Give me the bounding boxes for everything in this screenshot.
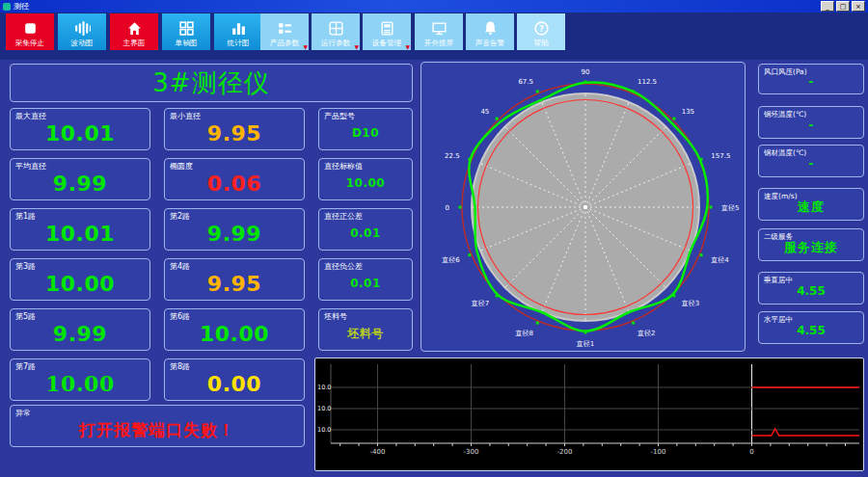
toolbar-button-device-manage[interactable]: 设备管理▼ xyxy=(363,13,411,50)
svg-text:-100: -100 xyxy=(651,448,666,456)
stop-icon xyxy=(22,20,39,37)
minimize-button[interactable]: _ xyxy=(821,1,834,12)
field-直径负公差: 直径负公差0.01 xyxy=(318,258,413,301)
svg-text:-300: -300 xyxy=(464,448,479,456)
status-panel-垂直居中: 垂直居中4.55 xyxy=(758,272,864,305)
svg-text:直径1: 直径1 xyxy=(577,340,594,348)
toolbar-button-main-screen[interactable]: 主界面 xyxy=(110,13,158,50)
status-panel-速度(m/s): 速度(m/s)速度 xyxy=(758,188,864,221)
status-panel-风口风压(Pa): 风口风压(Pa)- xyxy=(758,64,864,94)
svg-text:112.5: 112.5 xyxy=(637,78,657,86)
field-value: 9.95 xyxy=(165,267,304,300)
help-icon: ? xyxy=(533,20,550,37)
cross-section-polar-chart: 9067.54522.50112.5135157.5直径5直径4直径3直径2直径… xyxy=(421,63,745,351)
field-value: 坯料号 xyxy=(319,317,412,350)
toolbar-button-label: 统计图 xyxy=(228,40,250,47)
field-value: D10 xyxy=(319,117,412,149)
toolbar-button-label: 开外接屏 xyxy=(424,40,453,47)
bell-icon xyxy=(482,20,499,37)
svg-text:直径5: 直径5 xyxy=(721,204,739,212)
gauge-title-panel: 3#测径仪 xyxy=(10,64,413,102)
svg-text:22.5: 22.5 xyxy=(445,152,460,160)
barchart-icon xyxy=(231,20,247,37)
toolbar-button-label: 设备管理 xyxy=(372,40,401,47)
toolbar-button-label: 单轴图 xyxy=(176,40,198,47)
svg-text:直径3: 直径3 xyxy=(682,300,699,307)
svg-text:直径8: 直径8 xyxy=(516,330,533,337)
toolbar-button-label: 产品参数 xyxy=(270,40,299,47)
maximize-button[interactable]: □ xyxy=(836,1,850,12)
status-value: 速度 xyxy=(759,195,863,220)
toolbar-button-label: 声音告警 xyxy=(475,40,504,47)
svg-text:67.5: 67.5 xyxy=(518,78,533,86)
status-value: 4.55 xyxy=(759,278,863,304)
close-button[interactable]: × xyxy=(852,1,865,12)
svg-text:直径6: 直径6 xyxy=(442,256,460,264)
field-第6路: 第6路10.00 xyxy=(164,308,305,351)
field-value: 9.99 xyxy=(165,217,304,250)
field-value: 9.99 xyxy=(11,167,149,199)
toolbar-button-product-params[interactable]: 产品参数▼ xyxy=(260,13,309,50)
field-value: 10.00 xyxy=(165,317,304,350)
status-value: - xyxy=(759,113,863,138)
field-value: 0.00 xyxy=(165,367,304,400)
field-value: 9.99 xyxy=(11,317,149,350)
field-value: 0.01 xyxy=(319,267,412,300)
exception-message: 打开报警端口失败！ xyxy=(11,413,304,446)
toolbar-button-sound-alarm[interactable]: 声音告警 xyxy=(466,13,514,50)
svg-text:直径7: 直径7 xyxy=(472,300,489,307)
field-第7路: 第7路10.00 xyxy=(10,358,150,401)
toolbar: 采集停止波动图主界面单轴图统计图产品参数▼运行参数▼设备管理▼开外接屏声音告警?… xyxy=(0,13,868,60)
toolbar-button-label: 采集停止 xyxy=(15,40,44,47)
toolbar-button-label: 运行参数 xyxy=(321,40,350,47)
svg-text:45: 45 xyxy=(480,108,489,116)
svg-text:0: 0 xyxy=(749,448,753,456)
toolbar-button-run-params[interactable]: 运行参数▼ xyxy=(312,13,360,50)
toolbar-button-wave-chart[interactable]: 波动图 xyxy=(58,13,106,50)
toolbar-button-label: 主界面 xyxy=(123,40,146,47)
grid-icon xyxy=(178,20,195,37)
status-value: - xyxy=(759,151,863,176)
exception-panel: 异常 打开报警端口失败！ xyxy=(10,405,305,447)
status-value: 4.55 xyxy=(759,318,863,343)
svg-text:-400: -400 xyxy=(370,448,386,456)
dropdown-arrow-icon: ▼ xyxy=(354,44,359,50)
status-panel-二级服务: 二级服务服务连接 xyxy=(758,228,864,261)
field-最小直径: 最小直径9.95 xyxy=(164,108,305,150)
home-icon xyxy=(126,20,143,37)
svg-text:135: 135 xyxy=(682,108,694,116)
field-平均直径: 平均直径9.99 xyxy=(10,158,150,200)
toolbar-button-label: 帮助 xyxy=(533,40,548,47)
svg-text:?: ? xyxy=(539,24,544,34)
field-坯料号: 坯料号坯料号 xyxy=(318,308,413,351)
status-panel-钢坯温度(℃): 钢坯温度(℃)- xyxy=(758,106,864,139)
toolbar-button-external-screen[interactable]: 开外接屏 xyxy=(415,13,463,50)
svg-text:直径4: 直径4 xyxy=(711,256,729,264)
toolbar-button-statistics-chart[interactable]: 统计图 xyxy=(214,13,262,50)
device-icon xyxy=(379,20,395,37)
field-value: 10.01 xyxy=(11,117,149,149)
field-value: 9.95 xyxy=(165,117,304,149)
svg-text:157.5: 157.5 xyxy=(711,152,730,160)
table-icon xyxy=(328,20,344,37)
field-产品型号: 产品型号D10 xyxy=(318,108,413,150)
svg-text:0: 0 xyxy=(446,204,449,212)
window-title: 测径 xyxy=(14,2,29,11)
field-最大直径: 最大直径10.01 xyxy=(10,108,150,150)
list-icon xyxy=(277,20,293,37)
status-value: - xyxy=(759,70,863,93)
svg-text:90: 90 xyxy=(582,68,590,76)
app-window: { "window": { "title": "测径", "controls":… xyxy=(0,0,868,477)
svg-text:10.0: 10.0 xyxy=(317,405,331,412)
toolbar-button-single-axis-chart[interactable]: 单轴图 xyxy=(162,13,210,50)
toolbar-button-help[interactable]: ?帮助 xyxy=(517,13,565,50)
waveform-icon xyxy=(74,20,91,37)
field-第4路: 第4路9.95 xyxy=(164,258,305,301)
app-icon xyxy=(3,3,11,11)
trend-chart: -400-300-200-100010.010.010.0 xyxy=(315,358,863,470)
field-value: 10.01 xyxy=(11,217,149,250)
window-controls: _ □ × xyxy=(821,1,865,12)
toolbar-button-stop-acquisition[interactable]: 采集停止 xyxy=(6,13,54,50)
field-直径标称值: 直径标称值10.00 xyxy=(318,158,413,200)
field-value: 10.00 xyxy=(11,367,149,400)
